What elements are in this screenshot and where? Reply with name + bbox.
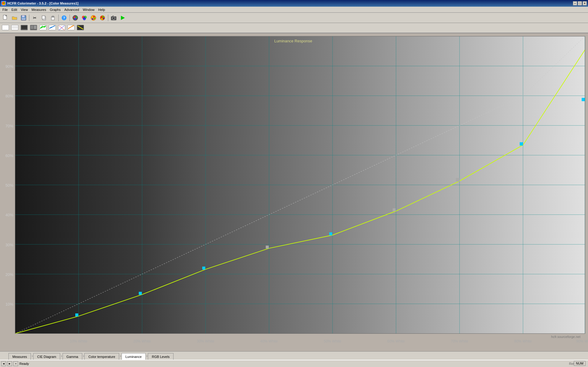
display-btn-9[interactable] xyxy=(76,24,85,32)
open-button[interactable] xyxy=(10,14,19,22)
svg-rect-102 xyxy=(393,208,396,211)
menu-file[interactable]: File xyxy=(1,7,10,12)
display-btn-3[interactable] xyxy=(20,24,28,32)
nav-next-button[interactable]: ► xyxy=(7,361,12,366)
save-button[interactable] xyxy=(19,14,28,22)
help-button[interactable]: ? xyxy=(60,14,68,22)
svg-point-2 xyxy=(4,2,5,4)
paste-button[interactable] xyxy=(49,14,57,22)
display-btn-1[interactable] xyxy=(1,24,10,32)
svg-point-19 xyxy=(74,18,76,20)
svg-text:30%: 30% xyxy=(5,243,13,247)
svg-rect-36 xyxy=(112,16,114,17)
restore-button[interactable]: □ xyxy=(578,1,582,5)
svg-text:70% White: 70% White xyxy=(451,339,468,343)
minimize-button[interactable]: – xyxy=(573,1,577,5)
status-text: Ready xyxy=(19,362,568,365)
svg-point-28 xyxy=(100,15,105,20)
menu-edit[interactable]: Edit xyxy=(10,7,19,12)
svg-text:?: ? xyxy=(63,16,65,20)
status-bar: ◄ ► ▪ Ready NUM Reference xyxy=(0,360,588,367)
svg-text:90% White: 90% White xyxy=(576,339,588,343)
menu-bar: File Edit View Measures Graphs Advanced … xyxy=(0,7,588,13)
menu-view[interactable]: View xyxy=(19,7,30,12)
svg-rect-97 xyxy=(75,313,78,316)
menu-graphs[interactable]: Graphs xyxy=(48,7,63,12)
svg-text:60%: 60% xyxy=(5,153,13,158)
svg-point-0 xyxy=(2,2,5,5)
chart-svg: Luminance Response 90% 80% 70% 60% 50% 4… xyxy=(0,33,588,351)
svg-text:60% White: 60% White xyxy=(387,339,405,343)
tab-gamma[interactable]: Gamma xyxy=(63,353,82,360)
svg-rect-103 xyxy=(456,178,460,182)
play-button[interactable] xyxy=(119,14,127,22)
num-indicator: NUM xyxy=(574,361,586,366)
display-btn-5[interactable] xyxy=(39,24,47,32)
svg-point-31 xyxy=(103,18,104,19)
svg-rect-39 xyxy=(3,26,8,29)
menu-measures[interactable]: Measures xyxy=(30,7,48,12)
tab-cie[interactable]: CIE Diagram xyxy=(33,353,60,360)
svg-point-35 xyxy=(113,17,115,19)
close-button[interactable]: × xyxy=(583,1,587,5)
svg-text:80%: 80% xyxy=(5,94,13,98)
svg-point-32 xyxy=(101,18,102,20)
menu-advanced[interactable]: Advanced xyxy=(63,7,81,12)
palette-button[interactable] xyxy=(89,14,98,22)
tab-rgb[interactable]: RGB Levels xyxy=(148,353,174,360)
display-btn-2[interactable] xyxy=(11,24,19,32)
camera-button[interactable] xyxy=(109,14,118,22)
app-icon xyxy=(1,1,6,6)
cut-button[interactable]: ✂ xyxy=(31,14,39,22)
sep-3 xyxy=(70,15,70,21)
tab-measures[interactable]: Measures xyxy=(8,353,31,360)
copy-button[interactable] xyxy=(40,14,48,22)
svg-text:hcfr.sourceforge.net: hcfr.sourceforge.net xyxy=(551,335,580,339)
svg-point-18 xyxy=(75,16,77,18)
display-btn-6[interactable] xyxy=(48,24,57,32)
title-bar-buttons: – □ × xyxy=(573,1,587,5)
toolbar-1: ✂ ? xyxy=(0,13,588,23)
svg-point-30 xyxy=(102,16,104,17)
display-btn-4[interactable] xyxy=(29,24,38,32)
menu-window[interactable]: Window xyxy=(81,7,96,12)
display-btn-8[interactable] xyxy=(67,24,75,32)
svg-text:30% White: 30% White xyxy=(197,339,214,343)
display-btn-7[interactable] xyxy=(57,24,66,32)
svg-point-1 xyxy=(2,2,4,4)
colorimeter-button[interactable] xyxy=(71,14,80,22)
tab-sep-5: › xyxy=(146,353,148,358)
title-bar: HCFR Colorimeter - 3.5.2 - [Color Measur… xyxy=(0,0,588,7)
nav-page-button[interactable]: ▪ xyxy=(13,361,18,366)
svg-text:70%: 70% xyxy=(5,124,13,128)
tab-colortemp[interactable]: Color temperature xyxy=(84,353,119,360)
menu-help[interactable]: Help xyxy=(96,7,107,12)
svg-rect-13 xyxy=(52,16,54,17)
sep-4 xyxy=(108,15,108,21)
svg-text:40% White: 40% White xyxy=(260,339,278,343)
toolbar-2 xyxy=(0,23,588,33)
nav-prev-button[interactable]: ◄ xyxy=(1,361,6,366)
settings-button[interactable] xyxy=(98,14,107,22)
svg-text:Luminance Response: Luminance Response xyxy=(274,39,312,43)
tab-sep-3: › xyxy=(83,353,84,358)
svg-rect-46 xyxy=(31,26,33,29)
tab-sep-1: › xyxy=(31,353,33,358)
svg-text:80% White: 80% White xyxy=(514,339,532,343)
svg-point-24 xyxy=(92,16,93,18)
svg-point-26 xyxy=(94,18,95,19)
rgb-button[interactable] xyxy=(80,14,89,22)
new-button[interactable] xyxy=(1,14,10,22)
svg-rect-9 xyxy=(22,18,25,20)
svg-rect-44 xyxy=(21,26,27,29)
svg-text:50%: 50% xyxy=(5,183,13,188)
svg-point-17 xyxy=(73,16,75,18)
svg-rect-100 xyxy=(266,246,269,249)
svg-text:10% White: 10% White xyxy=(70,339,87,343)
tab-luminance[interactable]: Luminance xyxy=(122,353,146,360)
svg-rect-47 xyxy=(34,26,36,29)
svg-text:50% White: 50% White xyxy=(324,339,341,343)
svg-text:90%: 90% xyxy=(5,64,13,69)
svg-rect-8 xyxy=(22,15,24,17)
svg-point-23 xyxy=(91,15,96,21)
